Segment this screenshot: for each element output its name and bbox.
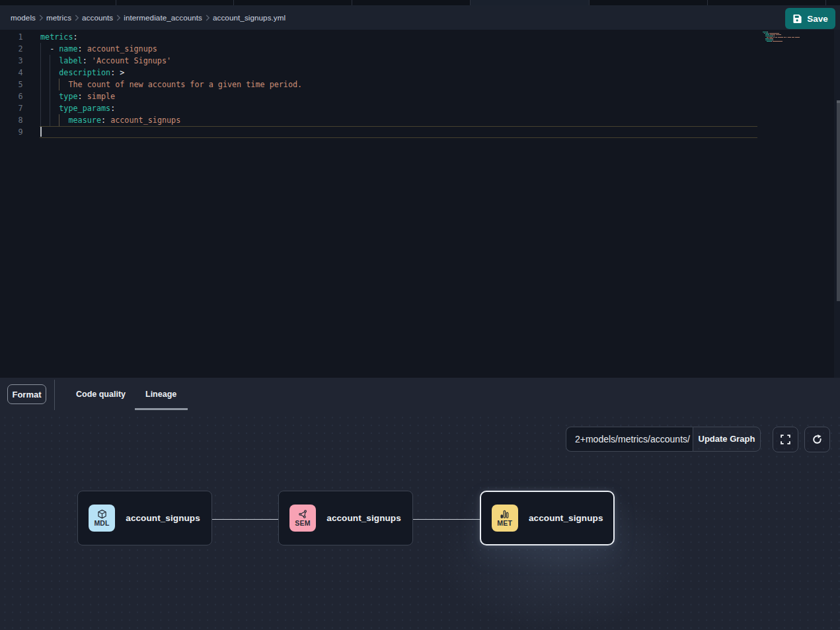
tab-code-quality[interactable]: Code quality <box>76 387 126 402</box>
active-tab-underline <box>135 408 188 410</box>
code-token-str: account_signups <box>83 44 157 53</box>
minimap-segment <box>769 33 779 34</box>
code-editor[interactable]: 1metrics:2 - name: account_signups3 labe… <box>0 30 840 378</box>
line-number: 2 <box>0 43 23 55</box>
code-lines: 1metrics:2 - name: account_signups3 labe… <box>0 31 757 138</box>
minimap-segment <box>773 41 783 42</box>
code-line: 1metrics: <box>0 31 757 43</box>
chevron-right-icon <box>38 15 44 21</box>
line-number: 1 <box>0 31 23 43</box>
code-token-pun: : <box>78 44 83 53</box>
code-line: 3 label: 'Account Signups' <box>0 55 757 67</box>
dbt-ide-window: modelsmetricsaccountsintermediate_accoun… <box>0 0 840 630</box>
code-token-pun: : <box>101 116 106 125</box>
lineage-selector-input[interactable] <box>566 427 693 452</box>
lineage-toolbar: Update Graph <box>566 427 761 452</box>
minimap-line <box>763 32 809 32</box>
tab-lineage[interactable]: Lineage <box>145 387 176 402</box>
save-button[interactable]: Save <box>785 8 835 29</box>
refresh-icon <box>812 434 823 445</box>
breadcrumb-item[interactable]: metrics <box>46 13 71 22</box>
lineage-edge <box>212 519 279 520</box>
minimap-line <box>763 42 809 43</box>
line-number: 8 <box>0 114 23 126</box>
minimap-line <box>763 41 809 42</box>
metric-chip: MET <box>492 505 519 532</box>
lineage-graph[interactable]: Update Graph <box>0 412 840 630</box>
minimap-segment <box>763 32 767 32</box>
minimap-line <box>763 36 809 36</box>
minimap-segment <box>765 40 773 40</box>
minimap-segment <box>774 36 775 36</box>
minimap-segment <box>770 34 775 35</box>
tab-separator <box>470 0 471 5</box>
breadcrumb-item[interactable]: account_signups.yml <box>213 13 286 22</box>
minimap-segment <box>795 37 800 38</box>
format-button[interactable]: Format <box>7 384 46 404</box>
cube-icon <box>97 509 107 519</box>
code-token-pun: > <box>115 68 124 77</box>
text-cursor <box>40 127 42 137</box>
minimap-segment <box>769 38 773 39</box>
lineage-edge <box>413 519 480 520</box>
page-scrollbar-thumb[interactable] <box>837 100 840 301</box>
code-token-str: 'Account Signups' <box>87 56 171 65</box>
node-label: account_signups <box>529 513 603 523</box>
code-line: 7 type_params: <box>0 102 757 114</box>
minimap-segment <box>778 37 783 38</box>
code-token-pun: : <box>110 104 115 113</box>
scrollbar-thumb-cap <box>837 100 840 103</box>
line-number: 5 <box>0 79 23 90</box>
refresh-button[interactable] <box>804 427 830 452</box>
breadcrumb: modelsmetricsaccountsintermediate_accoun… <box>11 5 286 30</box>
indent-guide-active <box>59 114 59 126</box>
node-label: account_signups <box>126 513 200 523</box>
code-token-pun: : <box>78 92 83 101</box>
breadcrumb-bar: modelsmetricsaccountsintermediate_accoun… <box>0 5 840 30</box>
minimap-segment <box>773 40 773 40</box>
code-line: 5 The count of new accounts for a given … <box>0 79 757 90</box>
fullscreen-button[interactable] <box>773 427 798 452</box>
file-tab-active[interactable] <box>471 0 589 5</box>
semantic-model-chip: SEM <box>289 505 317 532</box>
breadcrumb-item[interactable]: models <box>11 13 36 22</box>
metric-chip-code: MET <box>497 520 512 527</box>
code-token-str: account_signups <box>106 116 180 125</box>
save-icon <box>792 14 802 24</box>
code-token-key: name <box>59 44 77 53</box>
file-tab-strip <box>0 0 840 5</box>
code-token-key: metrics <box>40 32 73 42</box>
code-token-key: measure <box>68 116 101 125</box>
tab-separator <box>352 0 352 5</box>
code-line: 8 measure: account_signups <box>0 114 757 126</box>
lineage-node-metric[interactable]: MET account_signups <box>480 491 615 545</box>
breadcrumb-item[interactable]: intermediate_accounts <box>124 13 202 22</box>
code-token-key: description <box>59 68 110 77</box>
minimap-segment <box>765 36 773 36</box>
triangle-network-icon <box>298 509 308 519</box>
minimap-line <box>763 34 809 35</box>
code-line: 2 - name: account_signups <box>0 43 757 55</box>
tab-separator <box>825 0 826 5</box>
code-token-key: type <box>59 92 77 101</box>
indent-guide-active <box>59 79 59 90</box>
indent-guide <box>50 55 50 126</box>
bar-chart-icon <box>500 509 510 519</box>
lineage-node-model[interactable]: MDL account_signups <box>77 491 212 545</box>
update-graph-button[interactable]: Update Graph <box>693 427 761 452</box>
line-number: 3 <box>0 55 23 67</box>
line-number: 6 <box>0 90 23 102</box>
editor-minimap[interactable] <box>763 32 809 44</box>
minimap-segment <box>776 34 781 35</box>
minimap-line <box>763 40 809 40</box>
minimap-line <box>763 33 809 34</box>
tab-separator <box>707 0 708 5</box>
panel-divider <box>54 380 55 410</box>
lineage-node-semantic-model[interactable]: SEM account_signups <box>278 491 413 545</box>
code-token-key: type_params <box>59 104 110 113</box>
breadcrumb-item[interactable]: accounts <box>82 13 113 22</box>
current-line-highlight <box>40 126 757 138</box>
tab-separator <box>116 0 116 5</box>
code-token-pun: - <box>40 44 59 53</box>
minimap-line <box>763 37 809 38</box>
